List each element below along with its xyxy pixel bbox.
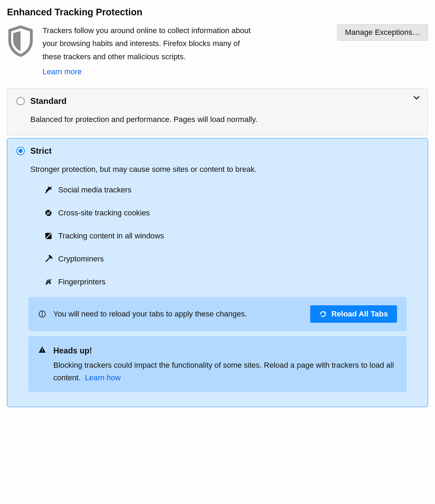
tracking-content-icon bbox=[44, 232, 53, 240]
learn-more-link[interactable]: Learn more bbox=[43, 67, 82, 76]
feature-label: Cross-site tracking cookies bbox=[58, 208, 150, 217]
radio-standard[interactable] bbox=[16, 97, 25, 105]
cryptominer-icon bbox=[44, 255, 53, 263]
svg-point-13 bbox=[42, 351, 43, 352]
social-tracker-icon bbox=[44, 186, 53, 194]
page-title: Enhanced Tracking Protection bbox=[7, 7, 428, 18]
feature-label: Fingerprinters bbox=[58, 277, 106, 287]
option-standard-desc: Balanced for protection and performance.… bbox=[30, 114, 419, 125]
fingerprint-icon bbox=[44, 278, 53, 286]
chevron-down-icon[interactable] bbox=[414, 96, 419, 100]
svg-point-4 bbox=[48, 214, 49, 214]
radio-strict[interactable] bbox=[16, 147, 25, 155]
learn-how-link[interactable]: Learn how bbox=[85, 373, 121, 382]
reload-notice-text: You will need to reload your tabs to app… bbox=[53, 308, 303, 320]
heads-up-title: Heads up! bbox=[53, 346, 92, 355]
feature-label: Tracking content in all windows bbox=[58, 231, 164, 240]
svg-rect-11 bbox=[42, 313, 43, 316]
info-icon bbox=[38, 310, 46, 318]
reload-notice: You will need to reload your tabs to app… bbox=[28, 297, 407, 331]
description-paragraph: Trackers follow you around online to col… bbox=[43, 24, 259, 63]
shield-icon bbox=[7, 24, 34, 57]
description-text: Trackers follow you around online to col… bbox=[43, 24, 259, 78]
reload-button-label: Reload All Tabs bbox=[331, 310, 388, 319]
feature-label: Cryptominers bbox=[58, 254, 104, 264]
option-standard-title: Standard bbox=[30, 96, 67, 106]
heads-up-notice: Heads up! Blocking trackers could impact… bbox=[28, 336, 407, 392]
option-strict[interactable]: Strict Stronger protection, but may caus… bbox=[7, 138, 428, 407]
reload-icon bbox=[319, 310, 327, 318]
svg-point-2 bbox=[47, 212, 48, 213]
feature-crypto: Cryptominers bbox=[44, 254, 419, 264]
feature-cookies: Cross-site tracking cookies bbox=[44, 208, 419, 217]
feature-label: Social media trackers bbox=[58, 185, 131, 194]
feature-content: Tracking content in all windows bbox=[44, 231, 419, 240]
cookie-icon bbox=[44, 209, 53, 217]
warning-icon bbox=[38, 344, 46, 353]
reload-all-tabs-button[interactable]: Reload All Tabs bbox=[310, 305, 397, 323]
header-row: Trackers follow you around online to col… bbox=[7, 24, 428, 78]
svg-rect-12 bbox=[42, 349, 43, 351]
svg-point-3 bbox=[49, 213, 50, 214]
manage-exceptions-button[interactable]: Manage Exceptions… bbox=[337, 24, 428, 41]
strict-feature-list: Social media trackers Cross-site trackin… bbox=[44, 185, 419, 287]
feature-social: Social media trackers bbox=[44, 185, 419, 194]
option-standard[interactable]: Standard Balanced for protection and per… bbox=[7, 88, 428, 135]
option-strict-desc: Stronger protection, but may cause some … bbox=[30, 163, 419, 175]
option-strict-title: Strict bbox=[30, 146, 52, 156]
feature-fingerprint: Fingerprinters bbox=[44, 277, 419, 287]
svg-point-10 bbox=[42, 312, 43, 313]
